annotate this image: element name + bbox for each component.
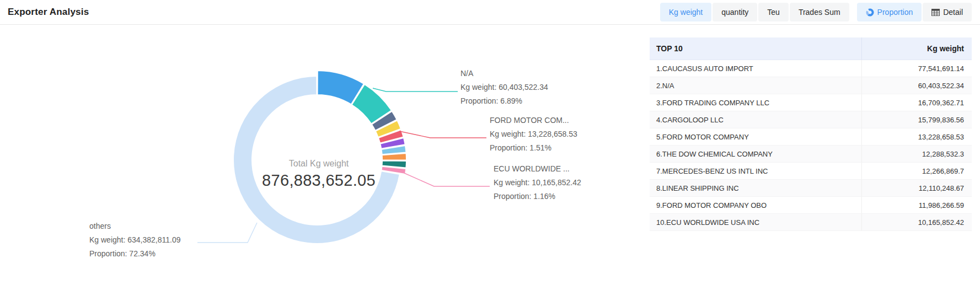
view-tab-label: Proportion (877, 8, 913, 17)
label-leader-line (197, 223, 257, 243)
table-row: 7.MERCEDES-BENZ US INTL INC12,266,869.7 (650, 163, 972, 180)
donut-chart (0, 25, 574, 285)
view-tab-detail[interactable]: Detail (923, 3, 972, 21)
donut-chart-icon (866, 8, 874, 17)
kg-weight-cell: 77,541,691.14 (861, 60, 972, 77)
table-row: 10.ECU WORLDWIDE USA INC10,165,852.42 (650, 214, 972, 231)
view-tab-label: Detail (943, 8, 963, 17)
view-tab-group: ProportionDetail (857, 3, 972, 21)
metric-tab-teu[interactable]: Teu (758, 3, 789, 21)
exporter-name-cell: 3.FORD TRADING COMPANY LLC (650, 94, 861, 111)
top10-table: TOP 10 Kg weight 1.CAUCASUS AUTO IMPORT7… (650, 37, 972, 231)
metric-tab-label: quantity (721, 8, 748, 17)
table-row: 4.CARGOLOOP LLC15,799,836.56 (650, 111, 972, 128)
exporter-name-cell: 6.THE DOW CHEMICAL COMPANY (650, 146, 861, 163)
table-header-top10: TOP 10 (650, 37, 861, 60)
donut-slice-linear-shipping-inc[interactable] (382, 153, 406, 160)
table-row: 3.FORD TRADING COMPANY LLC16,709,362.71 (650, 94, 972, 111)
table-row: 8.LINEAR SHIPPING INC12,110,248.67 (650, 180, 972, 197)
metric-tab-trades-sum[interactable]: Trades Sum (790, 3, 849, 21)
exporter-name-cell: 4.CARGOLOOP LLC (650, 111, 861, 128)
exporter-name-cell: 2.N/A (650, 77, 861, 94)
kg-weight-cell: 15,799,836.56 (861, 111, 972, 128)
exporter-name-cell: 1.CAUCASUS AUTO IMPORT (650, 60, 861, 77)
kg-weight-cell: 12,288,532.3 (861, 146, 972, 163)
kg-weight-cell: 10,165,852.42 (861, 214, 972, 231)
exporter-name-cell: 7.MERCEDES-BENZ US INTL INC (650, 163, 861, 180)
exporter-name-cell: 5.FORD MOTOR COMPANY (650, 128, 861, 146)
label-leader-line (399, 131, 486, 138)
table-icon (931, 9, 940, 16)
exporter-name-cell: 9.FORD MOTOR COMPANY OBO (650, 197, 861, 214)
page-header: Exporter Analysis Kg weightquantityTeuTr… (0, 0, 980, 25)
metric-tab-kg-weight[interactable]: Kg weight (660, 3, 711, 21)
table-row: 1.CAUCASUS AUTO IMPORT77,541,691.14 (650, 60, 972, 77)
metric-tab-quantity[interactable]: quantity (713, 3, 757, 21)
kg-weight-cell: 13,228,658.53 (861, 128, 972, 146)
metric-tab-label: Trades Sum (799, 8, 840, 17)
table-row: 5.FORD MOTOR COMPANY13,228,658.53 (650, 128, 972, 146)
page-title: Exporter Analysis (8, 7, 89, 18)
table-header-kg-weight: Kg weight (861, 37, 972, 60)
metric-tab-label: Teu (767, 8, 780, 17)
label-leader-line (404, 173, 490, 186)
kg-weight-cell: 12,110,248.67 (861, 180, 972, 197)
header-tab-groups: Kg weightquantityTeuTrades Sum Proportio… (660, 3, 972, 21)
kg-weight-cell: 11,986,266.59 (861, 197, 972, 214)
exporter-name-cell: 8.LINEAR SHIPPING INC (650, 180, 861, 197)
metric-tab-label: Kg weight (669, 8, 703, 17)
metric-tab-group: Kg weightquantityTeuTrades Sum (660, 3, 849, 21)
kg-weight-cell: 16,709,362.71 (861, 94, 972, 111)
table-header-row: TOP 10 Kg weight (650, 37, 972, 60)
kg-weight-cell: 60,403,522.34 (861, 77, 972, 94)
label-leader-line (373, 88, 458, 92)
kg-weight-cell: 12,266,869.7 (861, 163, 972, 180)
table-row: 2.N/A60,403,522.34 (650, 77, 972, 94)
table-row: 9.FORD MOTOR COMPANY OBO11,986,266.59 (650, 197, 972, 214)
view-tab-proportion[interactable]: Proportion (857, 3, 922, 21)
table-row: 6.THE DOW CHEMICAL COMPANY12,288,532.3 (650, 146, 972, 163)
exporter-name-cell: 10.ECU WORLDWIDE USA INC (650, 214, 861, 231)
content-area: Total Kg weight 876,883,652.05 N/A Kg we… (0, 25, 980, 285)
